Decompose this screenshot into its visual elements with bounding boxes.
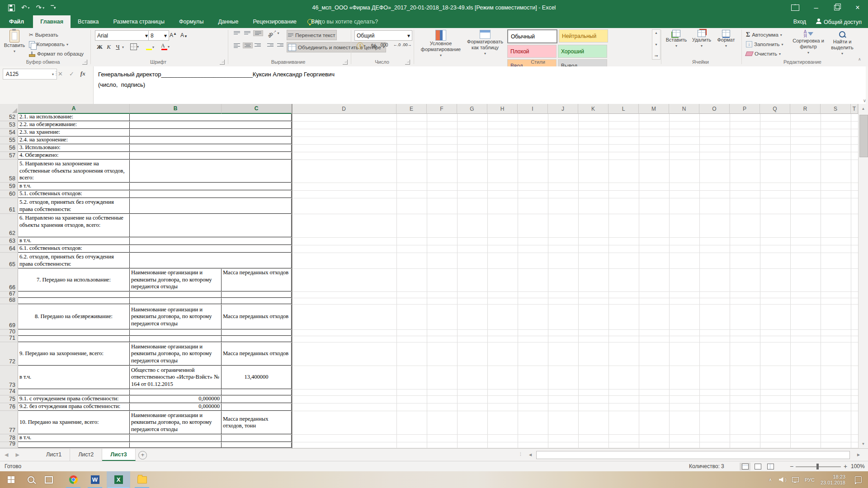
borders-button[interactable]: ▾ bbox=[130, 43, 139, 50]
cell-B70[interactable] bbox=[130, 330, 222, 336]
cell-B58[interactable] bbox=[130, 160, 292, 183]
column-header-E[interactable]: E bbox=[396, 104, 427, 114]
font-size-select[interactable]: 8▾ bbox=[148, 30, 169, 41]
scroll-down-icon[interactable]: ▼ bbox=[859, 439, 868, 448]
row-header-69[interactable]: 69 bbox=[0, 305, 18, 329]
wrap-text-button[interactable]: Перенести текст bbox=[287, 30, 337, 40]
horizontal-scrollbar[interactable]: ◀ ▶ bbox=[527, 450, 862, 459]
column-header-R[interactable]: R bbox=[790, 104, 821, 114]
cell-B66[interactable]: Наименование организации и реквизиты дог… bbox=[130, 269, 222, 291]
cell-B79[interactable] bbox=[130, 442, 222, 448]
align-top-icon[interactable] bbox=[232, 30, 241, 35]
column-header-M[interactable]: M bbox=[639, 104, 669, 114]
cell-A61[interactable]: 5.2. отходов, принятых без отчуждения пр… bbox=[18, 198, 130, 214]
undo-button[interactable]: ↶▾ bbox=[21, 4, 30, 12]
cell-A78[interactable]: в т.ч. bbox=[18, 435, 130, 442]
row-header-59[interactable]: 59 bbox=[0, 183, 18, 190]
cut-button[interactable]: ✂Вырезать bbox=[28, 30, 59, 40]
accounting-format-button[interactable]: $▾ bbox=[355, 42, 367, 49]
cell-A73[interactable]: в т.ч. bbox=[18, 366, 130, 389]
column-header-I[interactable]: I bbox=[518, 104, 548, 114]
cell-B63[interactable] bbox=[130, 238, 292, 245]
volume-icon[interactable]: ) bbox=[777, 471, 788, 488]
qat-customize-button[interactable]: ▔▾ bbox=[51, 5, 56, 10]
row-header-79[interactable]: 79 bbox=[0, 442, 18, 448]
row-header-60[interactable]: 60 bbox=[0, 191, 18, 198]
delete-cells-button[interactable]: Удалить▾ bbox=[690, 29, 713, 59]
column-header-L[interactable]: L bbox=[609, 104, 639, 114]
cell-A76[interactable]: 9.2. без отчуждения права собственности: bbox=[18, 404, 130, 411]
vertical-scroll-thumb[interactable] bbox=[859, 115, 868, 157]
save-button[interactable] bbox=[8, 5, 15, 11]
tab-формулы[interactable]: Формулы bbox=[172, 15, 211, 28]
number-dialog-launcher[interactable] bbox=[405, 60, 410, 65]
taskbar-word-button[interactable]: W bbox=[85, 471, 105, 488]
cell-C71[interactable] bbox=[222, 336, 292, 342]
paste-button[interactable]: Вставить▾ bbox=[4, 29, 25, 59]
cell-C66[interactable]: Масса переданных отходов bbox=[222, 269, 292, 291]
row-header-75[interactable]: 75 bbox=[0, 396, 18, 403]
cell-C72[interactable]: Масса переданных отходов bbox=[222, 343, 292, 366]
cell-A68[interactable] bbox=[18, 298, 130, 304]
sort-filter-button[interactable]: АЯ Сортировка и фильтр▾ bbox=[792, 29, 825, 59]
underline-button[interactable]: Ч bbox=[114, 42, 122, 52]
cell-B68[interactable] bbox=[130, 298, 222, 304]
cell-B52[interactable] bbox=[130, 114, 292, 121]
cell-A71[interactable] bbox=[18, 336, 130, 342]
insert-cells-button[interactable]: Вставить▾ bbox=[665, 29, 688, 59]
cell-B69[interactable]: Наименование организации и реквизиты дог… bbox=[130, 305, 222, 329]
row-header-53[interactable]: 53 bbox=[0, 122, 18, 129]
zoom-slider-thumb[interactable] bbox=[816, 464, 819, 469]
page-layout-view-button[interactable] bbox=[752, 463, 763, 470]
fill-button[interactable]: ↓Заполнить▾ bbox=[745, 39, 784, 49]
zoom-out-icon[interactable]: − bbox=[790, 461, 793, 471]
cell-A79[interactable] bbox=[18, 442, 130, 448]
close-button[interactable]: × bbox=[847, 0, 868, 15]
cell-B62[interactable] bbox=[130, 214, 292, 237]
cell-B77[interactable]: Наименование организации и реквизиты дог… bbox=[130, 411, 222, 434]
language-indicator[interactable]: РУС bbox=[802, 471, 817, 488]
prev-sheet-icon[interactable]: ◀ bbox=[5, 452, 8, 458]
network-icon[interactable] bbox=[789, 471, 801, 488]
scroll-left-icon[interactable]: ◀ bbox=[527, 451, 533, 458]
cell-A65[interactable]: 6.2. отходов, принятых без отчуждения пр… bbox=[18, 253, 130, 268]
row-header-74[interactable]: 74 bbox=[0, 389, 18, 395]
cell-C75[interactable] bbox=[222, 396, 292, 403]
underline-dropdown[interactable]: ▾ bbox=[122, 45, 124, 49]
orientation-button[interactable]: ab→▾ bbox=[267, 30, 279, 36]
action-center-button[interactable] bbox=[850, 471, 866, 488]
tab-главная[interactable]: Главная bbox=[33, 15, 71, 28]
cell-C76[interactable] bbox=[222, 404, 292, 411]
tab-разметка-страницы[interactable]: Разметка страницы bbox=[106, 15, 172, 28]
cell-A62[interactable]: 6. Направлено на хранение на собственные… bbox=[18, 214, 130, 237]
cell-B57[interactable] bbox=[130, 152, 292, 160]
column-header-B[interactable]: B bbox=[130, 104, 222, 114]
cell-A64[interactable]: 6.1. собственных отходов: bbox=[18, 245, 130, 253]
sheet-tab-лист1[interactable]: Лист1 bbox=[38, 449, 70, 461]
align-left-icon[interactable] bbox=[232, 42, 241, 49]
cell-C78[interactable] bbox=[222, 435, 292, 442]
ribbon-display-options-button[interactable] bbox=[785, 0, 806, 15]
cell-A60[interactable]: 5.1. собственных отходов: bbox=[18, 191, 130, 198]
cell-A59[interactable]: в т.ч. bbox=[18, 183, 130, 190]
cell-A52[interactable]: 2.1. на использование: bbox=[18, 114, 130, 121]
cell-B54[interactable] bbox=[130, 129, 292, 136]
tab-file[interactable]: Файл bbox=[0, 15, 33, 28]
row-header-66[interactable]: 66 bbox=[0, 269, 18, 291]
sheet-tab-лист3[interactable]: Лист3 bbox=[102, 449, 135, 461]
comma-style-button[interactable]: 000 bbox=[379, 42, 390, 47]
cell-B56[interactable] bbox=[130, 145, 292, 152]
cell-A56[interactable]: 3. Использовано: bbox=[18, 145, 130, 152]
insert-function-icon[interactable]: fx bbox=[80, 70, 85, 77]
increase-indent-icon[interactable] bbox=[276, 42, 285, 47]
font-family-select[interactable]: Arial▾ bbox=[95, 30, 150, 41]
cell-A55[interactable]: 2.4. на захоронение: bbox=[18, 137, 130, 144]
column-header-T[interactable]: T bbox=[851, 104, 858, 114]
select-all-corner[interactable] bbox=[0, 104, 19, 114]
column-header-C[interactable]: C bbox=[222, 104, 292, 114]
cell-B78[interactable] bbox=[130, 435, 222, 442]
normal-view-button[interactable] bbox=[740, 463, 750, 470]
cell-style-плохой[interactable]: Плохой bbox=[507, 45, 557, 58]
row-header-77[interactable]: 77 bbox=[0, 411, 18, 434]
row-header-58[interactable]: 58 bbox=[0, 160, 18, 183]
